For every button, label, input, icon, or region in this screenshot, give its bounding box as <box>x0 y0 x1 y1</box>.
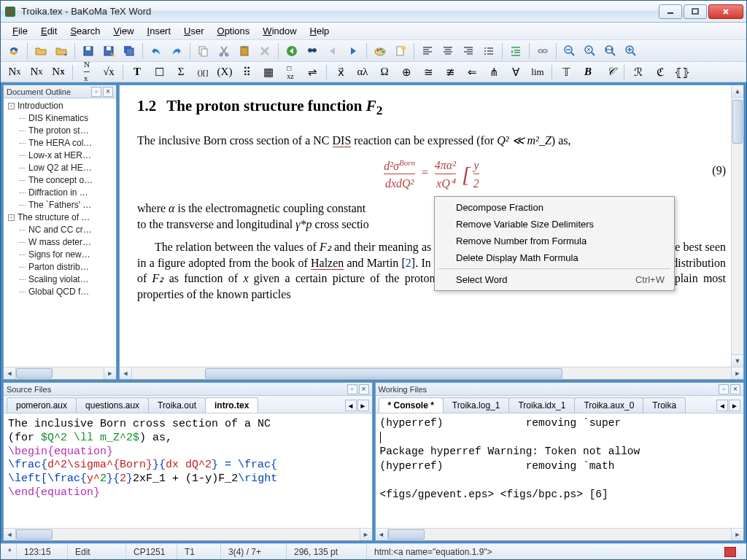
undo-icon[interactable] <box>147 42 165 60</box>
zoom-width-icon[interactable] <box>602 42 619 60</box>
tab[interactable]: Troika.aux_0 <box>574 397 643 413</box>
sym-cong[interactable]: ≅ <box>419 64 438 80</box>
source-editor[interactable]: The inclusive Born cross section of a NC… <box>4 413 372 528</box>
close-button[interactable] <box>708 4 743 19</box>
tab-nav-button[interactable]: ◄ <box>345 400 357 411</box>
back-icon[interactable] <box>283 42 301 60</box>
tab[interactable]: questions.aux <box>76 397 149 413</box>
indent-icon[interactable] <box>507 42 525 60</box>
menu-search[interactable]: Search <box>64 24 106 38</box>
sym-frac[interactable]: N─x <box>77 64 96 80</box>
outline-item[interactable]: NC and CC cr… <box>5 224 115 236</box>
palette-icon[interactable] <box>371 42 389 60</box>
menu-help[interactable]: Help <box>304 24 336 38</box>
ctx-remove-number[interactable]: Remove Number from Formula <box>437 233 672 249</box>
menu-view[interactable]: View <box>108 24 140 38</box>
doc-hscroll[interactable]: ◄► <box>120 367 743 379</box>
sym-supsub[interactable]: Nxx <box>49 64 68 80</box>
minimize-button[interactable] <box>659 4 682 19</box>
prev-icon[interactable] <box>324 42 341 60</box>
ctx-decompose-fraction[interactable]: Decompose Fraction <box>437 199 672 216</box>
menu-file[interactable]: File <box>7 24 34 38</box>
sym-greek-up[interactable]: Ω <box>375 64 394 80</box>
tab[interactable]: * Console * <box>379 397 444 413</box>
list-icon[interactable] <box>480 42 498 60</box>
outline-item[interactable]: Diffraction in … <box>5 187 115 199</box>
tab[interactable]: pomeron.aux <box>7 397 77 413</box>
cut-icon[interactable] <box>215 42 233 60</box>
sym-sqrt[interactable]: √x <box>99 64 118 80</box>
outline-item[interactable]: The HERA col… <box>5 137 115 149</box>
tab[interactable]: Troika <box>643 397 686 413</box>
equation-9[interactable]: d²σBorn dxdQ² = 4πα² xQ⁴ [ y <box>137 157 726 192</box>
outline-float-icon[interactable]: ▫ <box>91 87 101 97</box>
sym-box[interactable]: ☐ <box>150 64 169 80</box>
sym-greek-low[interactable]: αλ <box>353 64 372 80</box>
outline-item[interactable]: Low Q2 at HE… <box>5 162 115 174</box>
sym-lim[interactable]: lim <box>528 64 547 80</box>
sym-accent[interactable]: x⃗ <box>331 64 350 80</box>
outline-item[interactable]: DIS Kinematics <box>5 112 115 125</box>
ctx-select-word[interactable]: Select WordCtrl+W <box>437 271 672 288</box>
outline-item[interactable]: Parton distrib… <box>5 261 115 273</box>
ctx-delete-display-math[interactable]: Delete Display Math Formula <box>437 249 672 266</box>
outline-item[interactable]: Signs for new… <box>5 249 115 261</box>
sym-arrows[interactable]: ⇌ <box>303 64 322 80</box>
sym-forall[interactable]: ∀ <box>506 64 525 80</box>
outline-item[interactable]: -The structure of … <box>5 211 115 224</box>
menu-options[interactable]: Options <box>212 24 256 38</box>
open-icon[interactable] <box>32 42 50 60</box>
menu-user[interactable]: User <box>178 24 209 38</box>
source-close-icon[interactable]: × <box>359 384 369 394</box>
status-error-icon[interactable] <box>724 547 736 557</box>
sym-sum[interactable]: Σ <box>171 64 190 80</box>
console-output[interactable]: (hyperref) removing `super Package hyper… <box>376 413 744 528</box>
next-icon[interactable] <box>344 42 362 60</box>
sym-larrow[interactable]: ⇐ <box>462 64 481 80</box>
tab-nav-button[interactable]: ► <box>357 400 369 411</box>
sym-ncong[interactable]: ≇ <box>441 64 460 80</box>
outline-close-icon[interactable]: × <box>103 87 113 97</box>
sym-angle[interactable]: ⦃⦄ <box>673 64 692 80</box>
outline-item[interactable]: Low-x at HER… <box>5 149 115 162</box>
save-as-icon[interactable] <box>100 42 117 60</box>
align-center-icon[interactable] <box>439 42 457 60</box>
outline-hscroll[interactable]: ◄► <box>4 367 116 379</box>
link-icon[interactable] <box>534 42 551 60</box>
new-doc-icon[interactable] <box>392 42 409 60</box>
sym-calC[interactable]: 𝒞 <box>600 64 619 80</box>
working-close-icon[interactable]: × <box>730 384 740 394</box>
outline-item[interactable]: W mass deter… <box>5 236 115 249</box>
open-dropdown-icon[interactable] <box>53 42 70 60</box>
refresh-icon[interactable] <box>5 42 23 60</box>
maximize-button[interactable] <box>684 4 707 19</box>
working-hscroll[interactable]: ◄► <box>376 528 744 540</box>
copy-icon[interactable] <box>195 42 212 60</box>
sym-bfB[interactable]: B <box>578 64 597 80</box>
tab[interactable]: Troika.out <box>148 397 206 413</box>
working-float-icon[interactable]: ▫ <box>719 384 729 394</box>
sym-sup[interactable]: Nx <box>5 64 24 80</box>
tab-nav-button[interactable]: ► <box>729 400 740 411</box>
ctx-remove-delimiters[interactable]: Remove Variable Size Delimiters <box>437 216 672 233</box>
sym-oplus[interactable]: ⊕ <box>397 64 416 80</box>
sym-pitchfork[interactable]: ⋔ <box>484 64 503 80</box>
sym-paren[interactable]: (X) <box>215 64 234 80</box>
sym-frakC[interactable]: ℭ <box>651 64 670 80</box>
align-left-icon[interactable] <box>419 42 436 60</box>
zoom-fit-icon[interactable] <box>581 42 599 60</box>
save-icon[interactable] <box>80 42 97 60</box>
outline-item[interactable]: -Introduction <box>5 100 115 112</box>
sym-delim[interactable]: ()[] <box>193 64 212 80</box>
titlebar[interactable]: Troika.tex - BaKoMa TeX Word <box>1 1 746 23</box>
redo-icon[interactable] <box>168 42 185 60</box>
outline-item[interactable]: Scaling violat… <box>5 273 115 286</box>
tab[interactable]: Troika.log_1 <box>443 397 510 413</box>
sym-matrix-s[interactable]: ⠿ <box>237 64 256 80</box>
delete-icon[interactable] <box>256 42 274 60</box>
sym-text[interactable]: T <box>128 64 147 80</box>
menu-window[interactable]: Window <box>257 24 302 38</box>
tab-nav-button[interactable]: ◄ <box>716 400 728 411</box>
zoom-out-icon[interactable] <box>561 42 578 60</box>
outline-item[interactable]: The concept o… <box>5 174 115 187</box>
